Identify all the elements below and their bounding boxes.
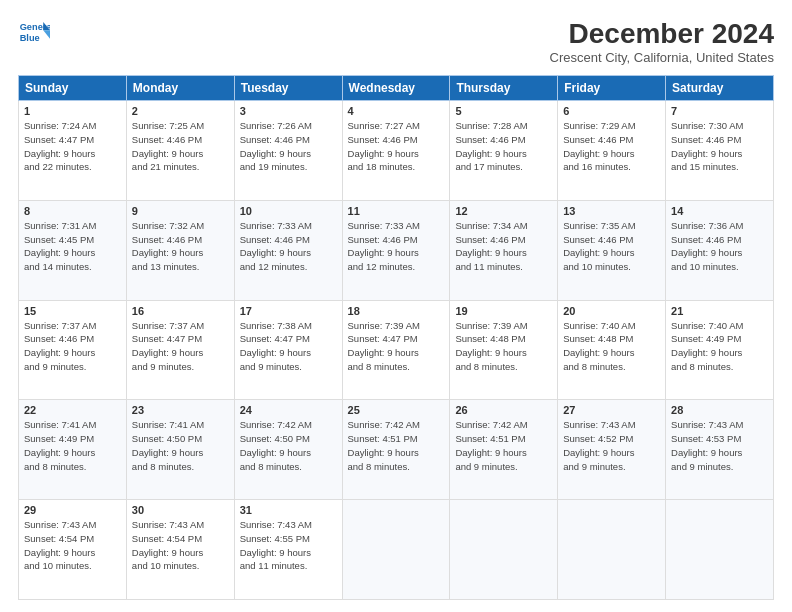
col-thursday: Thursday bbox=[450, 76, 558, 101]
calendar-cell: 19Sunrise: 7:39 AM Sunset: 4:48 PM Dayli… bbox=[450, 300, 558, 400]
subtitle: Crescent City, California, United States bbox=[550, 50, 774, 65]
col-monday: Monday bbox=[126, 76, 234, 101]
day-detail: Sunrise: 7:29 AM Sunset: 4:46 PM Dayligh… bbox=[563, 119, 660, 174]
day-number: 22 bbox=[24, 404, 121, 416]
header: General Blue December 2024 Crescent City… bbox=[18, 18, 774, 65]
header-row: Sunday Monday Tuesday Wednesday Thursday… bbox=[19, 76, 774, 101]
day-number: 30 bbox=[132, 504, 229, 516]
calendar-cell bbox=[450, 500, 558, 600]
day-detail: Sunrise: 7:42 AM Sunset: 4:51 PM Dayligh… bbox=[455, 418, 552, 473]
day-detail: Sunrise: 7:25 AM Sunset: 4:46 PM Dayligh… bbox=[132, 119, 229, 174]
day-detail: Sunrise: 7:39 AM Sunset: 4:47 PM Dayligh… bbox=[348, 319, 445, 374]
calendar-cell: 4Sunrise: 7:27 AM Sunset: 4:46 PM Daylig… bbox=[342, 101, 450, 201]
calendar-cell: 1Sunrise: 7:24 AM Sunset: 4:47 PM Daylig… bbox=[19, 101, 127, 201]
day-number: 14 bbox=[671, 205, 768, 217]
col-tuesday: Tuesday bbox=[234, 76, 342, 101]
day-detail: Sunrise: 7:39 AM Sunset: 4:48 PM Dayligh… bbox=[455, 319, 552, 374]
day-number: 21 bbox=[671, 305, 768, 317]
day-detail: Sunrise: 7:43 AM Sunset: 4:55 PM Dayligh… bbox=[240, 518, 337, 573]
day-detail: Sunrise: 7:37 AM Sunset: 4:46 PM Dayligh… bbox=[24, 319, 121, 374]
calendar-cell bbox=[558, 500, 666, 600]
day-number: 11 bbox=[348, 205, 445, 217]
day-number: 27 bbox=[563, 404, 660, 416]
day-number: 6 bbox=[563, 105, 660, 117]
general-blue-logo-icon: General Blue bbox=[18, 18, 50, 46]
day-number: 7 bbox=[671, 105, 768, 117]
calendar-cell: 3Sunrise: 7:26 AM Sunset: 4:46 PM Daylig… bbox=[234, 101, 342, 201]
day-detail: Sunrise: 7:36 AM Sunset: 4:46 PM Dayligh… bbox=[671, 219, 768, 274]
day-detail: Sunrise: 7:42 AM Sunset: 4:51 PM Dayligh… bbox=[348, 418, 445, 473]
day-number: 28 bbox=[671, 404, 768, 416]
calendar-week-row: 1Sunrise: 7:24 AM Sunset: 4:47 PM Daylig… bbox=[19, 101, 774, 201]
day-number: 12 bbox=[455, 205, 552, 217]
calendar-cell: 9Sunrise: 7:32 AM Sunset: 4:46 PM Daylig… bbox=[126, 200, 234, 300]
day-detail: Sunrise: 7:34 AM Sunset: 4:46 PM Dayligh… bbox=[455, 219, 552, 274]
calendar-cell: 10Sunrise: 7:33 AM Sunset: 4:46 PM Dayli… bbox=[234, 200, 342, 300]
calendar-cell: 21Sunrise: 7:40 AM Sunset: 4:49 PM Dayli… bbox=[666, 300, 774, 400]
day-number: 18 bbox=[348, 305, 445, 317]
day-number: 1 bbox=[24, 105, 121, 117]
day-detail: Sunrise: 7:24 AM Sunset: 4:47 PM Dayligh… bbox=[24, 119, 121, 174]
calendar-week-row: 8Sunrise: 7:31 AM Sunset: 4:45 PM Daylig… bbox=[19, 200, 774, 300]
day-number: 23 bbox=[132, 404, 229, 416]
day-detail: Sunrise: 7:30 AM Sunset: 4:46 PM Dayligh… bbox=[671, 119, 768, 174]
day-detail: Sunrise: 7:43 AM Sunset: 4:54 PM Dayligh… bbox=[132, 518, 229, 573]
day-number: 25 bbox=[348, 404, 445, 416]
day-detail: Sunrise: 7:35 AM Sunset: 4:46 PM Dayligh… bbox=[563, 219, 660, 274]
col-friday: Friday bbox=[558, 76, 666, 101]
day-number: 16 bbox=[132, 305, 229, 317]
day-detail: Sunrise: 7:27 AM Sunset: 4:46 PM Dayligh… bbox=[348, 119, 445, 174]
calendar-cell: 13Sunrise: 7:35 AM Sunset: 4:46 PM Dayli… bbox=[558, 200, 666, 300]
day-detail: Sunrise: 7:43 AM Sunset: 4:54 PM Dayligh… bbox=[24, 518, 121, 573]
day-number: 8 bbox=[24, 205, 121, 217]
day-detail: Sunrise: 7:31 AM Sunset: 4:45 PM Dayligh… bbox=[24, 219, 121, 274]
calendar-cell: 14Sunrise: 7:36 AM Sunset: 4:46 PM Dayli… bbox=[666, 200, 774, 300]
calendar-cell: 16Sunrise: 7:37 AM Sunset: 4:47 PM Dayli… bbox=[126, 300, 234, 400]
day-detail: Sunrise: 7:41 AM Sunset: 4:50 PM Dayligh… bbox=[132, 418, 229, 473]
day-number: 15 bbox=[24, 305, 121, 317]
day-detail: Sunrise: 7:43 AM Sunset: 4:52 PM Dayligh… bbox=[563, 418, 660, 473]
day-detail: Sunrise: 7:33 AM Sunset: 4:46 PM Dayligh… bbox=[348, 219, 445, 274]
calendar-cell: 20Sunrise: 7:40 AM Sunset: 4:48 PM Dayli… bbox=[558, 300, 666, 400]
col-sunday: Sunday bbox=[19, 76, 127, 101]
calendar-cell: 2Sunrise: 7:25 AM Sunset: 4:46 PM Daylig… bbox=[126, 101, 234, 201]
calendar-cell bbox=[666, 500, 774, 600]
day-detail: Sunrise: 7:42 AM Sunset: 4:50 PM Dayligh… bbox=[240, 418, 337, 473]
day-number: 2 bbox=[132, 105, 229, 117]
calendar-header: Sunday Monday Tuesday Wednesday Thursday… bbox=[19, 76, 774, 101]
day-detail: Sunrise: 7:43 AM Sunset: 4:53 PM Dayligh… bbox=[671, 418, 768, 473]
day-number: 20 bbox=[563, 305, 660, 317]
calendar-table: Sunday Monday Tuesday Wednesday Thursday… bbox=[18, 75, 774, 600]
day-detail: Sunrise: 7:41 AM Sunset: 4:49 PM Dayligh… bbox=[24, 418, 121, 473]
calendar-cell: 31Sunrise: 7:43 AM Sunset: 4:55 PM Dayli… bbox=[234, 500, 342, 600]
col-saturday: Saturday bbox=[666, 76, 774, 101]
day-number: 9 bbox=[132, 205, 229, 217]
calendar-cell: 15Sunrise: 7:37 AM Sunset: 4:46 PM Dayli… bbox=[19, 300, 127, 400]
calendar-cell: 5Sunrise: 7:28 AM Sunset: 4:46 PM Daylig… bbox=[450, 101, 558, 201]
day-number: 31 bbox=[240, 504, 337, 516]
day-number: 3 bbox=[240, 105, 337, 117]
title-block: December 2024 Crescent City, California,… bbox=[550, 18, 774, 65]
svg-text:Blue: Blue bbox=[20, 33, 40, 43]
day-number: 17 bbox=[240, 305, 337, 317]
calendar-cell: 11Sunrise: 7:33 AM Sunset: 4:46 PM Dayli… bbox=[342, 200, 450, 300]
calendar-cell: 17Sunrise: 7:38 AM Sunset: 4:47 PM Dayli… bbox=[234, 300, 342, 400]
calendar-cell: 26Sunrise: 7:42 AM Sunset: 4:51 PM Dayli… bbox=[450, 400, 558, 500]
calendar-week-row: 15Sunrise: 7:37 AM Sunset: 4:46 PM Dayli… bbox=[19, 300, 774, 400]
calendar-cell: 25Sunrise: 7:42 AM Sunset: 4:51 PM Dayli… bbox=[342, 400, 450, 500]
calendar-cell: 8Sunrise: 7:31 AM Sunset: 4:45 PM Daylig… bbox=[19, 200, 127, 300]
day-number: 13 bbox=[563, 205, 660, 217]
main-title: December 2024 bbox=[550, 18, 774, 50]
calendar-cell: 12Sunrise: 7:34 AM Sunset: 4:46 PM Dayli… bbox=[450, 200, 558, 300]
logo: General Blue bbox=[18, 18, 50, 46]
svg-marker-3 bbox=[43, 30, 50, 38]
calendar-cell: 30Sunrise: 7:43 AM Sunset: 4:54 PM Dayli… bbox=[126, 500, 234, 600]
day-number: 10 bbox=[240, 205, 337, 217]
calendar-week-row: 22Sunrise: 7:41 AM Sunset: 4:49 PM Dayli… bbox=[19, 400, 774, 500]
calendar-cell: 23Sunrise: 7:41 AM Sunset: 4:50 PM Dayli… bbox=[126, 400, 234, 500]
calendar-cell: 6Sunrise: 7:29 AM Sunset: 4:46 PM Daylig… bbox=[558, 101, 666, 201]
day-number: 19 bbox=[455, 305, 552, 317]
calendar-cell: 24Sunrise: 7:42 AM Sunset: 4:50 PM Dayli… bbox=[234, 400, 342, 500]
day-detail: Sunrise: 7:26 AM Sunset: 4:46 PM Dayligh… bbox=[240, 119, 337, 174]
page: General Blue December 2024 Crescent City… bbox=[0, 0, 792, 612]
